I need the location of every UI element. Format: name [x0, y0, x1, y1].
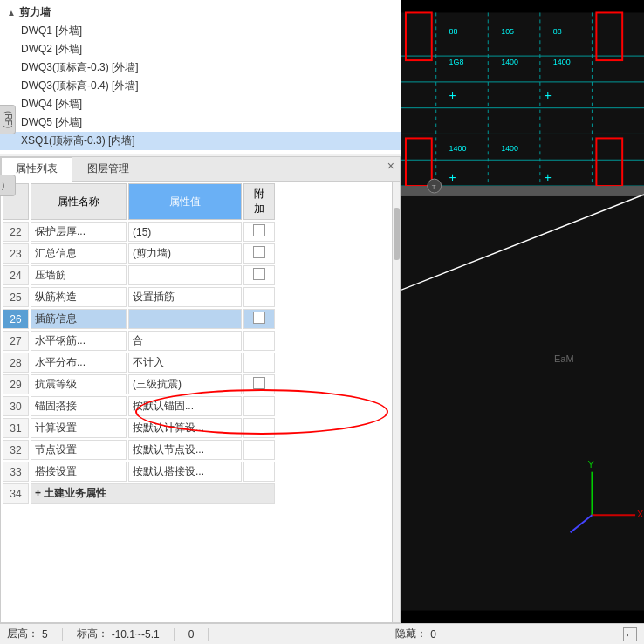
addon-checkbox-2[interactable] [253, 268, 265, 280]
prop-name-8: 锚固搭接 [31, 396, 127, 416]
corner-icon: ⌐ [623, 627, 637, 641]
property-panel: 属性列表 图层管理 × 属性名称 属性值 附加 [0, 156, 401, 623]
prop-addon-6 [243, 353, 275, 373]
col-value: 属性值 [128, 183, 242, 220]
tree-child-0[interactable]: DWQ1 [外墙] [0, 22, 401, 40]
prop-addon-7[interactable] [243, 374, 275, 394]
svg-text:1400: 1400 [449, 144, 467, 153]
property-row-1[interactable]: 23 汇总信息 (剪力墙) [3, 243, 275, 264]
row-num-7: 29 [3, 374, 29, 394]
prop-value-1[interactable]: (剪力墙) [128, 243, 242, 264]
property-row-8[interactable]: 30 锚固搭接 按默认锚固... [3, 396, 275, 416]
row-num-11: 33 [3, 462, 29, 482]
row-num-3: 25 [3, 287, 29, 307]
prop-addon-0[interactable] [243, 222, 275, 242]
svg-text:+: + [545, 88, 552, 102]
property-row-10[interactable]: 32 节点设置 按默认节点设... [3, 440, 275, 460]
prop-value-7[interactable]: (三级抗震) [128, 374, 242, 394]
svg-text:X: X [637, 509, 644, 519]
tree-child-label-0: DWQ1 [外墙] [21, 24, 82, 38]
prop-addon-8 [243, 396, 275, 416]
svg-text:+: + [545, 170, 552, 184]
section-label-12: + 土建业务属性 [31, 483, 275, 504]
prop-value-8[interactable]: 按默认锚固... [128, 396, 242, 416]
svg-text:88: 88 [449, 27, 458, 36]
sidebar-label2: ) [2, 181, 13, 190]
elevation-value: -10.1~-5.1 [112, 628, 160, 641]
prop-value-10[interactable]: 按默认节点设... [128, 440, 242, 460]
property-table-scroll[interactable]: 属性名称 属性值 附加 22 保护层厚... (15) 23 汇总信息 (剪力墙… [1, 182, 392, 622]
tree-expand-icon: ▲ [7, 8, 16, 17]
prop-value-5[interactable]: 合 [128, 331, 242, 351]
tree-child-label-1: DWQ2 [外墙] [21, 42, 82, 57]
addon-checkbox-1[interactable] [253, 246, 265, 258]
prop-name-3: 纵筋构造 [31, 287, 127, 307]
property-row-6[interactable]: 28 水平分布... 不计入 [3, 353, 275, 373]
svg-text:1400: 1400 [553, 58, 571, 66]
row-num-9: 31 [3, 418, 29, 438]
row-num-8: 30 [3, 396, 29, 416]
property-row-0[interactable]: 22 保护层厚... (15) [3, 222, 275, 242]
property-row-7[interactable]: 29 抗震等级 (三级抗震) [3, 374, 275, 394]
prop-value-2[interactable] [128, 265, 242, 285]
tree-child-4[interactable]: DWQ4 [外墙] [0, 95, 401, 113]
tab-layer-management[interactable]: 图层管理 [72, 157, 144, 181]
cad-view: 88 105 88 1G8 1400 1400 1400 1400 + + + … [401, 0, 644, 623]
tree-child-label-2: DWQ3(顶标高-0.3) [外墙] [21, 60, 139, 75]
prop-addon-2[interactable] [243, 265, 275, 285]
property-row-12[interactable]: 34 + 土建业务属性 [3, 483, 275, 504]
zero-value: 0 [188, 628, 195, 641]
tree-child-label-4: DWQ4 [外墙] [21, 97, 82, 112]
property-row-9[interactable]: 31 计算设置 按默认计算设... [3, 418, 275, 438]
prop-name-11: 搭接设置 [31, 462, 127, 482]
tree-child-2[interactable]: DWQ3(顶标高-0.3) [外墙] [0, 58, 401, 77]
prop-addon-4[interactable] [243, 309, 275, 329]
tree-child-label-5: DWQ5 [外墙] [21, 115, 82, 130]
prop-value-11[interactable]: 按默认搭接设... [128, 462, 242, 482]
prop-addon-1[interactable] [243, 243, 275, 264]
status-bar: 层高： 5 标高： -10.1~-5.1 0 隐藏： 0 ⌐ [0, 623, 644, 644]
scrollbar-track[interactable] [392, 182, 400, 622]
tree-child-5[interactable]: DWQ5 [外墙] [0, 113, 401, 132]
prop-value-4[interactable] [128, 309, 242, 329]
property-row-4[interactable]: 26 插筋信息 [3, 309, 275, 329]
prop-name-0: 保护层厚... [31, 222, 127, 242]
floor-height-label: 层高： [7, 627, 38, 641]
col-name: 属性名称 [31, 183, 127, 220]
hidden-item: 隐藏： 0 [395, 627, 436, 641]
tree-parent-item[interactable]: ▲ 剪力墙 [0, 3, 401, 22]
svg-text:+: + [449, 170, 456, 184]
tree-child-6[interactable]: XSQ1(顶标高-0.3) [内墙] [0, 132, 401, 150]
tree-child-1[interactable]: DWQ2 [外墙] [0, 40, 401, 58]
prop-value-0[interactable]: (15) [128, 222, 242, 242]
cad-svg: 88 105 88 1G8 1400 1400 1400 1400 + + + … [401, 0, 644, 623]
scrollbar-thumb[interactable] [394, 208, 400, 260]
svg-text:Y: Y [587, 459, 594, 469]
prop-name-5: 水平钢筋... [31, 331, 127, 351]
row-num-0: 22 [3, 222, 29, 242]
property-row-3[interactable]: 25 纵筋构造 设置插筋 [3, 287, 275, 307]
prop-addon-11 [243, 462, 275, 482]
panel-close-button[interactable]: × [382, 157, 400, 181]
addon-checkbox-7[interactable] [253, 377, 265, 389]
addon-checkbox-4[interactable] [253, 312, 265, 324]
floor-height-value: 5 [42, 628, 48, 641]
property-row-5[interactable]: 27 水平钢筋... 合 [3, 331, 275, 351]
status-divider-3 [208, 628, 209, 641]
property-row-11[interactable]: 33 搭接设置 按默认搭接设... [3, 462, 275, 482]
tree-area: ▲ 剪力墙 DWQ1 [外墙] DWQ2 [外墙] DWQ3(顶标高-0.3) … [0, 0, 401, 154]
svg-text:105: 105 [501, 27, 514, 36]
addon-checkbox-0[interactable] [253, 224, 265, 236]
tree-child-3[interactable]: DWQ3(顶标高-0.4) [外墙] [0, 77, 401, 95]
elevation-label: 标高： [77, 627, 108, 641]
svg-text:1400: 1400 [501, 144, 518, 153]
svg-text:1G8: 1G8 [449, 58, 464, 66]
prop-value-6[interactable]: 不计入 [128, 353, 242, 373]
tab-bar: 属性列表 图层管理 × [1, 157, 400, 182]
status-divider-1 [62, 628, 63, 641]
prop-name-4: 插筋信息 [31, 309, 127, 329]
sidebar-rf-label: (RF) [3, 111, 13, 128]
prop-value-9[interactable]: 按默认计算设... [128, 418, 242, 438]
prop-value-3[interactable]: 设置插筋 [128, 287, 242, 307]
property-row-2[interactable]: 24 压墙筋 [3, 265, 275, 285]
